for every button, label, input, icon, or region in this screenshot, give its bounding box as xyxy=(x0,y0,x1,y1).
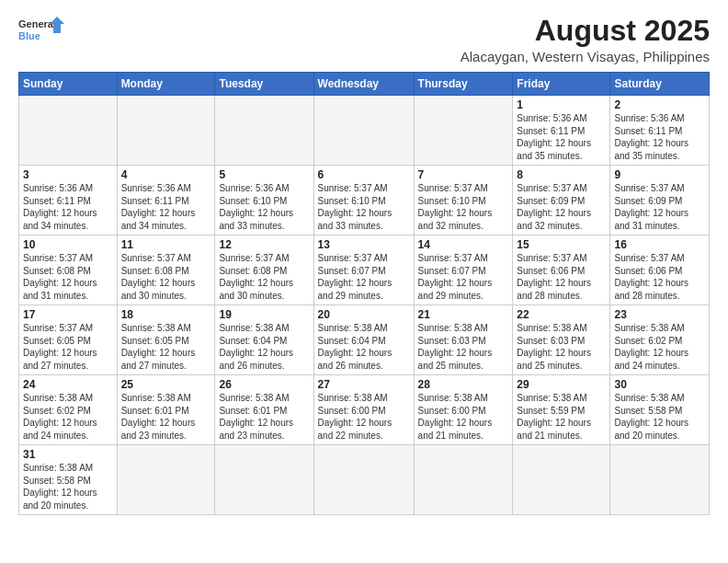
table-row xyxy=(313,445,414,515)
day-number: 9 xyxy=(614,168,705,181)
table-row: 30Sunrise: 5:38 AM Sunset: 5:58 PM Dayli… xyxy=(610,375,710,445)
table-row xyxy=(117,445,215,515)
table-row xyxy=(215,96,313,166)
day-info: Sunrise: 5:36 AM Sunset: 6:11 PM Dayligh… xyxy=(614,112,705,162)
week-row-1: 1Sunrise: 5:36 AM Sunset: 6:11 PM Daylig… xyxy=(19,96,710,166)
day-info: Sunrise: 5:37 AM Sunset: 6:09 PM Dayligh… xyxy=(614,182,705,232)
table-row xyxy=(215,445,313,515)
table-row: 8Sunrise: 5:37 AM Sunset: 6:09 PM Daylig… xyxy=(513,166,610,236)
table-row xyxy=(513,445,610,515)
day-info: Sunrise: 5:38 AM Sunset: 6:04 PM Dayligh… xyxy=(219,322,309,372)
page-subtitle: Alacaygan, Western Visayas, Philippines xyxy=(461,49,710,64)
week-row-6: 31Sunrise: 5:38 AM Sunset: 5:58 PM Dayli… xyxy=(19,445,710,515)
table-row: 16Sunrise: 5:37 AM Sunset: 6:06 PM Dayli… xyxy=(610,236,710,305)
table-row: 17Sunrise: 5:37 AM Sunset: 6:05 PM Dayli… xyxy=(19,305,118,375)
week-row-2: 3Sunrise: 5:36 AM Sunset: 6:11 PM Daylig… xyxy=(19,166,710,236)
table-row: 29Sunrise: 5:38 AM Sunset: 5:59 PM Dayli… xyxy=(513,375,610,445)
day-info: Sunrise: 5:37 AM Sunset: 6:10 PM Dayligh… xyxy=(318,182,410,232)
day-info: Sunrise: 5:38 AM Sunset: 5:58 PM Dayligh… xyxy=(614,392,705,442)
day-info: Sunrise: 5:38 AM Sunset: 6:00 PM Dayligh… xyxy=(318,392,410,442)
day-number: 23 xyxy=(614,308,705,321)
day-number: 1 xyxy=(517,98,606,111)
day-number: 29 xyxy=(517,378,606,391)
table-row xyxy=(19,96,118,166)
col-wednesday: Wednesday xyxy=(313,73,414,96)
table-row: 26Sunrise: 5:38 AM Sunset: 6:01 PM Dayli… xyxy=(215,375,313,445)
day-info: Sunrise: 5:36 AM Sunset: 6:11 PM Dayligh… xyxy=(23,182,113,232)
day-number: 31 xyxy=(23,448,113,461)
table-row: 24Sunrise: 5:38 AM Sunset: 6:02 PM Dayli… xyxy=(19,375,118,445)
table-row: 31Sunrise: 5:38 AM Sunset: 5:58 PM Dayli… xyxy=(19,445,118,515)
day-number: 16 xyxy=(614,238,705,251)
table-row: 2Sunrise: 5:36 AM Sunset: 6:11 PM Daylig… xyxy=(610,96,710,166)
table-row: 5Sunrise: 5:36 AM Sunset: 6:10 PM Daylig… xyxy=(215,166,313,236)
day-number: 6 xyxy=(318,168,410,181)
table-row: 28Sunrise: 5:38 AM Sunset: 6:00 PM Dayli… xyxy=(414,375,513,445)
day-number: 17 xyxy=(23,308,113,321)
day-number: 21 xyxy=(418,308,509,321)
day-info: Sunrise: 5:36 AM Sunset: 6:10 PM Dayligh… xyxy=(219,182,309,232)
day-info: Sunrise: 5:37 AM Sunset: 6:08 PM Dayligh… xyxy=(219,252,309,302)
day-info: Sunrise: 5:36 AM Sunset: 6:11 PM Dayligh… xyxy=(517,112,606,162)
table-row xyxy=(117,96,215,166)
day-number: 20 xyxy=(318,308,410,321)
table-row: 20Sunrise: 5:38 AM Sunset: 6:04 PM Dayli… xyxy=(313,305,414,375)
day-info: Sunrise: 5:38 AM Sunset: 6:02 PM Dayligh… xyxy=(23,392,113,442)
title-area: August 2025 Alacaygan, Western Visayas, … xyxy=(461,15,710,64)
day-number: 4 xyxy=(121,168,211,181)
day-info: Sunrise: 5:38 AM Sunset: 6:01 PM Dayligh… xyxy=(219,392,309,442)
week-row-3: 10Sunrise: 5:37 AM Sunset: 6:08 PM Dayli… xyxy=(19,236,710,305)
table-row xyxy=(414,96,513,166)
calendar-header-row: Sunday Monday Tuesday Wednesday Thursday… xyxy=(19,73,710,96)
day-info: Sunrise: 5:38 AM Sunset: 6:03 PM Dayligh… xyxy=(418,322,509,372)
day-info: Sunrise: 5:38 AM Sunset: 6:00 PM Dayligh… xyxy=(418,392,509,442)
day-info: Sunrise: 5:36 AM Sunset: 6:11 PM Dayligh… xyxy=(121,182,211,232)
day-number: 13 xyxy=(318,238,410,251)
day-info: Sunrise: 5:37 AM Sunset: 6:06 PM Dayligh… xyxy=(517,252,606,302)
table-row xyxy=(610,445,710,515)
calendar: Sunday Monday Tuesday Wednesday Thursday… xyxy=(18,72,710,515)
table-row: 6Sunrise: 5:37 AM Sunset: 6:10 PM Daylig… xyxy=(313,166,414,236)
week-row-5: 24Sunrise: 5:38 AM Sunset: 6:02 PM Dayli… xyxy=(19,375,710,445)
day-number: 30 xyxy=(614,378,705,391)
day-number: 28 xyxy=(418,378,509,391)
col-tuesday: Tuesday xyxy=(215,73,313,96)
day-number: 2 xyxy=(614,98,705,111)
header: General Blue August 2025 Alacaygan, West… xyxy=(18,15,710,64)
day-info: Sunrise: 5:37 AM Sunset: 6:05 PM Dayligh… xyxy=(23,322,113,372)
day-number: 8 xyxy=(517,168,606,181)
day-info: Sunrise: 5:37 AM Sunset: 6:08 PM Dayligh… xyxy=(23,252,113,302)
day-number: 11 xyxy=(121,238,211,251)
col-thursday: Thursday xyxy=(414,73,513,96)
table-row: 1Sunrise: 5:36 AM Sunset: 6:11 PM Daylig… xyxy=(513,96,610,166)
col-friday: Friday xyxy=(513,73,610,96)
week-row-4: 17Sunrise: 5:37 AM Sunset: 6:05 PM Dayli… xyxy=(19,305,710,375)
table-row: 25Sunrise: 5:38 AM Sunset: 6:01 PM Dayli… xyxy=(117,375,215,445)
day-info: Sunrise: 5:38 AM Sunset: 6:05 PM Dayligh… xyxy=(121,322,211,372)
table-row: 18Sunrise: 5:38 AM Sunset: 6:05 PM Dayli… xyxy=(117,305,215,375)
day-number: 25 xyxy=(121,378,211,391)
table-row: 27Sunrise: 5:38 AM Sunset: 6:00 PM Dayli… xyxy=(313,375,414,445)
table-row: 23Sunrise: 5:38 AM Sunset: 6:02 PM Dayli… xyxy=(610,305,710,375)
table-row: 7Sunrise: 5:37 AM Sunset: 6:10 PM Daylig… xyxy=(414,166,513,236)
table-row: 4Sunrise: 5:36 AM Sunset: 6:11 PM Daylig… xyxy=(117,166,215,236)
day-number: 5 xyxy=(219,168,309,181)
page-title: August 2025 xyxy=(461,15,710,47)
day-info: Sunrise: 5:38 AM Sunset: 5:58 PM Dayligh… xyxy=(23,462,113,511)
day-info: Sunrise: 5:37 AM Sunset: 6:06 PM Dayligh… xyxy=(614,252,705,302)
day-number: 3 xyxy=(23,168,113,181)
day-info: Sunrise: 5:37 AM Sunset: 6:10 PM Dayligh… xyxy=(418,182,509,232)
table-row: 19Sunrise: 5:38 AM Sunset: 6:04 PM Dayli… xyxy=(215,305,313,375)
logo-svg: General Blue xyxy=(18,15,64,48)
table-row: 12Sunrise: 5:37 AM Sunset: 6:08 PM Dayli… xyxy=(215,236,313,305)
col-monday: Monday xyxy=(117,73,215,96)
day-info: Sunrise: 5:38 AM Sunset: 6:01 PM Dayligh… xyxy=(121,392,211,442)
day-number: 14 xyxy=(418,238,509,251)
day-info: Sunrise: 5:37 AM Sunset: 6:08 PM Dayligh… xyxy=(121,252,211,302)
table-row: 13Sunrise: 5:37 AM Sunset: 6:07 PM Dayli… xyxy=(313,236,414,305)
table-row: 9Sunrise: 5:37 AM Sunset: 6:09 PM Daylig… xyxy=(610,166,710,236)
day-number: 10 xyxy=(23,238,113,251)
day-info: Sunrise: 5:38 AM Sunset: 6:04 PM Dayligh… xyxy=(318,322,410,372)
day-info: Sunrise: 5:38 AM Sunset: 5:59 PM Dayligh… xyxy=(517,392,606,442)
table-row: 15Sunrise: 5:37 AM Sunset: 6:06 PM Dayli… xyxy=(513,236,610,305)
